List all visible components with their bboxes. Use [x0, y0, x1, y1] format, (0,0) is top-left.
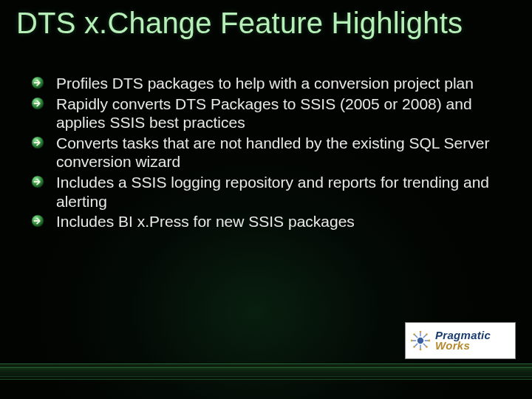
arrow-bullet-icon	[31, 175, 44, 188]
svg-point-5	[417, 338, 423, 344]
svg-line-12	[423, 335, 426, 338]
list-item: Includes BI x.Press for new SSIS package…	[31, 212, 502, 231]
logo-text: Pragmatic Works	[435, 330, 491, 351]
bullet-list: Profiles DTS packages to help with a con…	[31, 74, 502, 233]
bullet-text: Profiles DTS packages to help with a con…	[56, 75, 474, 92]
arrow-bullet-icon	[31, 214, 44, 228]
bullet-text: Converts tasks that are not handled by t…	[56, 134, 489, 171]
logo-mark-icon	[410, 330, 431, 351]
bullet-text: Includes a SSIS logging repository and r…	[56, 174, 489, 210]
svg-point-15	[420, 349, 422, 351]
svg-point-14	[420, 331, 422, 333]
logo-line2: Works	[435, 341, 491, 351]
svg-point-18	[413, 333, 415, 335]
arrow-bullet-icon	[31, 136, 44, 149]
slide: DTS x.Change Feature Highlights Profiles…	[0, 0, 532, 399]
list-item: Profiles DTS packages to help with a con…	[31, 74, 502, 93]
list-item: Rapidly converts DTS Packages to SSIS (2…	[31, 95, 502, 132]
svg-point-17	[429, 340, 431, 342]
bullet-text: Includes BI x.Press for new SSIS package…	[56, 213, 355, 230]
slide-title: DTS x.Change Feature Highlights	[16, 7, 516, 38]
arrow-bullet-icon	[31, 97, 44, 110]
svg-line-13	[415, 344, 417, 347]
footer-band	[0, 364, 532, 380]
svg-line-11	[423, 344, 426, 347]
pragmatic-works-logo: Pragmatic Works	[405, 322, 516, 359]
svg-point-21	[413, 346, 415, 348]
svg-point-16	[411, 340, 413, 342]
bullet-text: Rapidly converts DTS Packages to SSIS (2…	[56, 95, 472, 132]
svg-point-19	[426, 346, 428, 348]
list-item: Converts tasks that are not handled by t…	[31, 134, 502, 171]
svg-line-10	[415, 335, 417, 338]
svg-point-20	[426, 333, 428, 335]
list-item: Includes a SSIS logging repository and r…	[31, 173, 502, 211]
arrow-bullet-icon	[31, 76, 44, 89]
